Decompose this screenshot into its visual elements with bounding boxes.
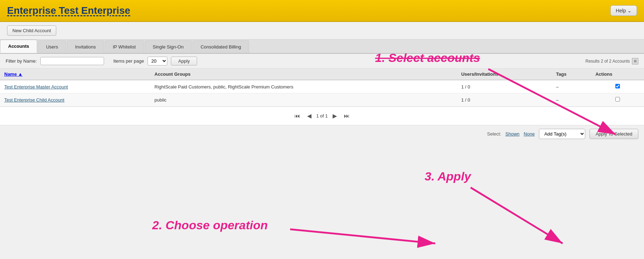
filter-results: Results 2 of 2 Accounts ⊞ [586,58,638,64]
account-name-link-0[interactable]: Test Enterprise Master Account [4,84,68,90]
sort-name-link[interactable]: Name ▲ [4,71,23,77]
first-page-button[interactable]: ⏮ [292,112,302,120]
checkbox-cell-0[interactable] [591,80,644,93]
svg-line-5 [471,188,563,243]
accounts-table-container: Name ▲Account GroupsUsers/InvitationsTag… [0,69,644,107]
tags-cell-0: – [552,80,591,93]
filter-bar: Filter by Name: Items per page 20 50 100… [0,54,644,69]
tab-single-sign-on[interactable]: Single Sign-On [145,40,192,53]
col-header-name[interactable]: Name ▲ [0,69,150,80]
new-child-account-button[interactable]: New Child Account [7,25,56,36]
table-row: Test Enterprise Child Accountpublic1 / 0… [0,93,644,107]
page-info: 1 of 1 [316,113,328,119]
items-per-page-label: Items per page [113,58,144,64]
grid-view-icon[interactable]: ⊞ [632,58,638,64]
table-header-row: Name ▲Account GroupsUsers/InvitationsTag… [0,69,644,80]
table-row: Test Enterprise Master AccountRightScale… [0,80,644,93]
account-groups-cell-1: public [150,93,457,107]
col-header-tags: Tags [552,69,591,80]
header: Enterprise Test Enterprise Help ⌄ [0,0,644,22]
users-invitations-cell-0: 1 / 0 [457,80,552,93]
pagination: ⏮ ◀ 1 of 1 ▶ ⏭ [0,107,644,125]
accounts-table: Name ▲Account GroupsUsers/InvitationsTag… [0,69,644,107]
operation-select[interactable]: Add Tag(s)Remove Tag(s) [539,129,585,139]
last-page-button[interactable]: ⏭ [342,112,352,120]
tabs-container: AccountsUsersInvitationsIP WhitelistSing… [0,40,644,54]
tab-invitations[interactable]: Invitations [67,40,104,53]
col-header-actions: Actions [591,69,644,80]
col-header-account_groups: Account Groups [150,69,457,80]
items-per-page-select[interactable]: 20 50 100 [148,57,167,65]
tab-users[interactable]: Users [38,40,66,53]
svg-line-4 [290,229,435,243]
page-title: Enterprise Test Enterprise [7,5,130,16]
toolbar: New Child Account [0,22,644,40]
annotation-2-text: 2. Choose operation [152,218,268,232]
apply-to-selected-button[interactable]: Apply To Selected [590,129,638,139]
prev-page-button[interactable]: ◀ [305,112,314,120]
users-invitations-cell-1: 1 / 0 [457,93,552,107]
filter-apply-button[interactable]: Apply [171,57,197,65]
select-shown-link[interactable]: Shown [505,131,519,137]
action-bar: Select: Shown None Add Tag(s)Remove Tag(… [0,125,644,143]
checkbox-cell-1[interactable] [591,93,644,107]
filter-by-name-label: Filter by Name: [6,58,37,64]
results-text: Results 2 of 2 Accounts [586,59,630,64]
tab-accounts[interactable]: Accounts [0,40,37,53]
help-button[interactable]: Help ⌄ [610,5,637,16]
select-label: Select: [487,131,501,137]
row-checkbox-1[interactable] [615,97,620,102]
row-checkbox-0[interactable] [615,84,620,88]
select-none-link[interactable]: None [524,131,535,137]
tags-cell-1: – [552,93,591,107]
account-name-cell-0: Test Enterprise Master Account [0,80,150,93]
account-groups-cell-0: RightScale Paid Customers, public, Right… [150,80,457,93]
account-name-cell-1: Test Enterprise Child Account [0,93,150,107]
filter-by-name-input[interactable] [40,57,104,65]
tab-consolidated-billing[interactable]: Consolidated Billing [192,40,249,53]
next-page-button[interactable]: ▶ [330,112,339,120]
col-header-users_invitations: Users/Invitations [457,69,552,80]
tab-ip-whitelist[interactable]: IP Whitelist [105,40,144,53]
content-area: Filter by Name: Items per page 20 50 100… [0,54,644,143]
account-name-link-1[interactable]: Test Enterprise Child Account [4,97,64,103]
annotation-3-text: 3. Apply [425,169,472,183]
